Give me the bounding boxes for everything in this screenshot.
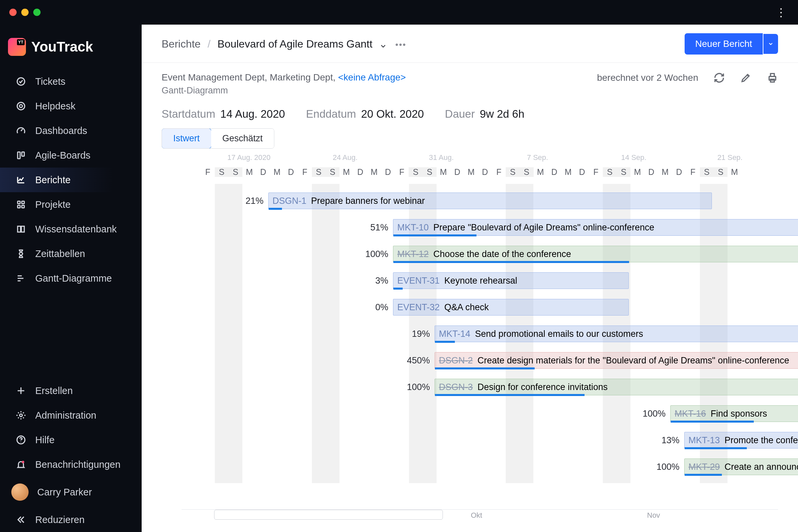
day-header: F: [686, 167, 700, 177]
task-id: MKT-13: [689, 435, 720, 445]
gantt-task-MKT-12[interactable]: 100%MKT-12Choose the date of the confere…: [355, 244, 798, 264]
day-header: M: [367, 167, 381, 177]
svg-point-9: [20, 414, 22, 417]
gantt-task-EVENT-31[interactable]: 3%EVENT-31Keynote rehearsal: [355, 270, 629, 291]
refresh-icon[interactable]: [714, 72, 725, 83]
window-close-button[interactable]: [9, 8, 17, 16]
task-percent: 100%: [397, 382, 430, 392]
task-progress-bar: [685, 447, 747, 449]
sidebar-user[interactable]: Carry Parker: [0, 477, 141, 507]
task-id: DSGN-1: [273, 196, 307, 206]
gantt-task-MKT-13[interactable]: 13%MKT-13Promote the conference in so: [646, 430, 798, 451]
task-id: DSGN-2: [439, 356, 473, 366]
check-circle-icon: [15, 76, 26, 87]
day-header: M: [561, 167, 575, 177]
gantt-task-DSGN-3[interactable]: 100%DSGN-3Design for conference invitati…: [397, 377, 798, 397]
gantt-task-MKT-10[interactable]: 51%MKT-10Prepare "Boulevard of Agile Dre…: [355, 217, 798, 238]
sidebar-item-gantt-diagramme[interactable]: Gantt-Diagramme: [0, 266, 141, 291]
day-header: M: [242, 167, 256, 177]
sidebar-item-agile-boards[interactable]: Agile-Boards: [0, 143, 141, 168]
new-report-button[interactable]: Neuer Bericht: [685, 33, 763, 55]
day-header: S: [700, 167, 714, 177]
timeline-scrubber[interactable]: Sep 2020OktNov: [182, 509, 778, 522]
sidebar-collapse[interactable]: Reduzieren: [0, 507, 141, 532]
gantt-task-MKT-16[interactable]: 100%MKT-16Find sponsors: [632, 403, 798, 424]
task-id: EVENT-31: [397, 276, 440, 286]
more-icon[interactable]: •••: [395, 40, 406, 50]
day-header: D: [256, 167, 270, 177]
svg-rect-4: [22, 152, 25, 156]
day-header: D: [672, 167, 686, 177]
new-report-split-button[interactable]: [763, 34, 778, 54]
window-kebab-menu[interactable]: ⋮: [775, 6, 788, 19]
sidebar-item-label: Dashboards: [35, 125, 87, 136]
sidebar-item-berichte[interactable]: Berichte: [0, 168, 141, 192]
sidebar-item-wissensdatenbank[interactable]: Wissensdatenbank: [0, 217, 141, 241]
breadcrumb-root[interactable]: Berichte: [162, 38, 201, 50]
grid-icon: [15, 199, 26, 210]
sidebar-item-label: Berichte: [35, 174, 71, 186]
sidebar-item-zeittabellen[interactable]: Zeittabellen: [0, 241, 141, 266]
day-header: S: [520, 167, 534, 177]
gantt-task-MKT-14[interactable]: 19%MKT-14Send promotional emails to our …: [397, 324, 798, 344]
day-header: D: [575, 167, 589, 177]
breadcrumb-current[interactable]: Boulevard of Agile Dreams Gantt: [217, 38, 373, 50]
day-header: F: [492, 167, 506, 177]
day-header: D: [478, 167, 492, 177]
window-minimize-button[interactable]: [21, 8, 28, 16]
task-progress-bar: [435, 394, 585, 396]
collapse-icon: [15, 514, 26, 525]
sidebar-create[interactable]: Erstellen: [0, 378, 141, 403]
print-icon[interactable]: [767, 72, 778, 83]
task-percent: 100%: [355, 249, 388, 259]
sidebar-item-label: Zeittabellen: [35, 248, 85, 259]
user-name: Carry Parker: [37, 487, 92, 498]
plus-icon: [15, 385, 26, 396]
task-progress-bar: [435, 341, 455, 343]
gear-icon: [15, 410, 26, 421]
day-header: S: [408, 167, 423, 177]
sidebar-item-tickets[interactable]: Tickets: [0, 69, 141, 94]
query-link[interactable]: <keine Abfrage>: [338, 72, 406, 82]
task-title: Design for conference invitations: [477, 382, 608, 392]
task-title: Send promotional emails to our customers: [475, 329, 643, 339]
weekend-shade: [215, 184, 242, 483]
gantt-task-DSGN-2[interactable]: 450%DSGN-2Create design materials for th…: [397, 350, 798, 371]
gantt-task-EVENT-32[interactable]: 0%EVENT-32Q&A check: [355, 297, 629, 318]
task-percent: 3%: [355, 276, 388, 286]
task-id: EVENT-32: [397, 302, 440, 312]
day-header: S: [617, 167, 631, 177]
edit-icon[interactable]: [740, 72, 752, 83]
app-logo[interactable]: YouTrack: [0, 33, 141, 69]
chevron-down-icon[interactable]: ⌄: [379, 38, 388, 50]
computed-text: berechnet vor 2 Wochen: [597, 73, 698, 83]
sidebar-item-dashboards[interactable]: Dashboards: [0, 118, 141, 143]
day-header: M: [658, 167, 672, 177]
sidebar-item-label: Projekte: [35, 199, 71, 210]
sidebar-item-projekte[interactable]: Projekte: [0, 192, 141, 217]
sidebar-help[interactable]: Hilfe: [0, 428, 141, 452]
task-progress-bar: [269, 208, 282, 210]
gantt-chart: 17 Aug. 202024 Aug.31 Aug.7 Sep.14 Sep.2…: [141, 153, 798, 532]
toggle-actual[interactable]: Istwert: [162, 128, 211, 149]
task-id: MKT-16: [674, 408, 706, 419]
toggle-estimated[interactable]: Geschätzt: [211, 129, 274, 148]
task-progress-bar: [393, 234, 476, 236]
day-header: M: [464, 167, 478, 177]
sidebar: YouTrack TicketsHelpdeskDashboardsAgile-…: [0, 25, 141, 532]
task-progress-bar: [671, 421, 754, 423]
help-icon: [15, 434, 26, 445]
main-area: Berichte / Boulevard of Agile Dreams Gan…: [141, 25, 798, 532]
day-header: S: [506, 167, 520, 177]
scrubber-handle[interactable]: [214, 510, 443, 520]
sidebar-notifications[interactable]: Benachrichtigungen: [0, 452, 141, 477]
gantt-task-DSGN-1[interactable]: 21%DSGN-1Prepare banners for webinar: [230, 191, 712, 211]
sidebar-item-helpdesk[interactable]: Helpdesk: [0, 94, 141, 118]
svg-rect-14: [771, 74, 774, 76]
gantt-task-MKT-29[interactable]: 100%MKT-29Create an announcement abo: [646, 457, 798, 477]
day-header: F: [589, 167, 603, 177]
sidebar-collapse-label: Reduzieren: [35, 514, 84, 525]
sidebar-administration[interactable]: Administration: [0, 403, 141, 428]
week-label: 17 Aug. 2020: [201, 153, 297, 162]
window-maximize-button[interactable]: [33, 8, 41, 16]
